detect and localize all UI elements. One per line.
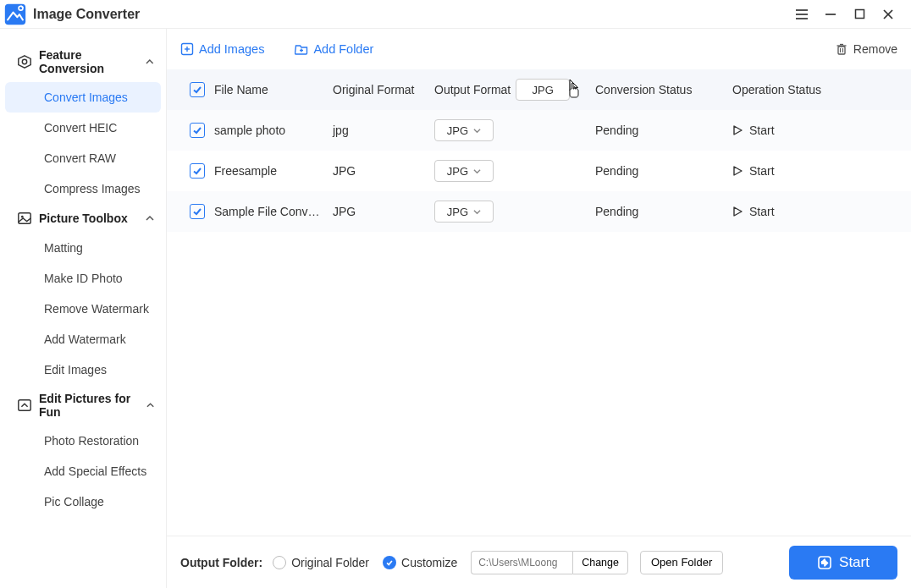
- row-start-button[interactable]: Start: [732, 164, 775, 178]
- nav-edit-images[interactable]: Edit Images: [5, 354, 161, 385]
- minimize-button[interactable]: [816, 1, 845, 28]
- row-start-label: Start: [749, 164, 775, 178]
- original-folder-option[interactable]: Original Folder: [273, 556, 369, 569]
- file-name: sample photo: [214, 124, 333, 137]
- play-icon: [732, 166, 743, 176]
- customize-option[interactable]: Customize: [383, 556, 457, 569]
- table-row: Sample File Conver… JPG JPG Pending Star…: [167, 191, 911, 232]
- col-original-format: Original Format: [333, 83, 434, 96]
- output-format-header-value: JPG: [533, 84, 554, 96]
- file-name: Freesample: [214, 164, 333, 178]
- output-path-input[interactable]: [471, 551, 572, 574]
- table-header-row: File Name Original Format Output Format …: [167, 69, 911, 110]
- app-title: Image Converter: [33, 7, 140, 22]
- original-folder-label: Original Folder: [291, 556, 369, 569]
- svg-rect-11: [19, 213, 30, 224]
- table-row: sample photo jpg JPG Pending Start: [167, 110, 911, 151]
- chevron-up-icon: [146, 214, 154, 223]
- nav-add-special-effects[interactable]: Add Special Effects: [5, 456, 161, 486]
- footer: Output Folder: Original Folder Customize…: [167, 536, 911, 588]
- change-button[interactable]: Change: [572, 551, 628, 574]
- maximize-button[interactable]: [845, 1, 874, 28]
- chevron-down-icon: [473, 127, 481, 135]
- nav-add-watermark[interactable]: Add Watermark: [5, 324, 161, 354]
- chevron-up-icon: [146, 58, 154, 66]
- section-label: Picture Toolbox: [39, 212, 128, 225]
- row-start-button[interactable]: Start: [732, 205, 775, 218]
- nav-convert-heic[interactable]: Convert HEIC: [5, 113, 161, 143]
- original-format: jpg: [333, 124, 434, 137]
- section-label: Feature Conversion: [39, 48, 146, 75]
- row-checkbox[interactable]: [190, 204, 205, 219]
- nav-compress-images[interactable]: Compress Images: [5, 173, 161, 204]
- svg-point-10: [22, 59, 26, 63]
- nav-matting[interactable]: Matting: [5, 233, 161, 263]
- chevron-up-icon: [146, 401, 154, 409]
- add-folder-button[interactable]: Add Folder: [295, 42, 373, 56]
- row-checkbox[interactable]: [190, 123, 205, 138]
- sidebar: Feature Conversion Convert Images Conver…: [0, 29, 167, 588]
- section-edit-pictures-fun[interactable]: Edit Pictures for Fun: [0, 385, 166, 426]
- nav-convert-raw[interactable]: Convert RAW: [5, 143, 161, 173]
- svg-rect-19: [838, 47, 845, 54]
- nav-remove-watermark[interactable]: Remove Watermark: [5, 294, 161, 324]
- section-label: Edit Pictures for Fun: [39, 392, 146, 419]
- section-picture-toolbox[interactable]: Picture Toolbox: [0, 204, 166, 233]
- output-format-select[interactable]: JPG: [434, 160, 494, 182]
- start-all-button[interactable]: Start: [789, 546, 897, 580]
- row-checkbox[interactable]: [190, 163, 205, 179]
- add-folder-label: Add Folder: [313, 42, 373, 56]
- file-table: File Name Original Format Output Format …: [167, 69, 911, 536]
- col-operation-status: Operation Status: [732, 83, 897, 96]
- play-icon: [732, 206, 743, 217]
- select-all-checkbox[interactable]: [190, 82, 205, 97]
- table-row: Freesample JPG JPG Pending Start: [167, 151, 911, 191]
- file-name: Sample File Conver…: [214, 205, 333, 218]
- svg-marker-24: [734, 126, 742, 135]
- conversion-status: Pending: [595, 205, 732, 218]
- chevron-down-icon: [473, 208, 481, 216]
- nav-pic-collage[interactable]: Pic Collage: [5, 486, 161, 517]
- svg-marker-9: [19, 56, 30, 68]
- col-output-format: Output Format: [434, 83, 511, 96]
- start-all-label: Start: [839, 554, 870, 571]
- chevron-down-icon: [473, 168, 481, 175]
- row-start-button[interactable]: Start: [732, 124, 775, 137]
- section-feature-conversion[interactable]: Feature Conversion: [0, 41, 166, 82]
- add-images-button[interactable]: Add Images: [180, 42, 264, 56]
- nav-make-id-photo[interactable]: Make ID Photo: [5, 263, 161, 294]
- menu-button[interactable]: [787, 1, 816, 28]
- play-icon: [732, 125, 743, 135]
- nav-photo-restoration[interactable]: Photo Restoration: [5, 426, 161, 456]
- col-file-name: File Name: [214, 83, 333, 96]
- row-start-label: Start: [749, 124, 775, 137]
- original-format: JPG: [333, 205, 434, 218]
- edit-pictures-icon: [17, 398, 32, 413]
- picture-toolbox-icon: [17, 211, 32, 226]
- remove-button[interactable]: Remove: [835, 42, 897, 56]
- col-conversion-status: Conversion Status: [595, 83, 732, 96]
- add-images-label: Add Images: [199, 42, 264, 56]
- customize-label: Customize: [401, 556, 457, 569]
- feature-conversion-icon: [17, 54, 32, 69]
- output-format-value: JPG: [447, 206, 468, 218]
- close-button[interactable]: [874, 1, 903, 28]
- output-format-header-select[interactable]: JPG: [516, 79, 570, 101]
- radio-checked-icon: [383, 556, 396, 569]
- original-format: JPG: [333, 164, 434, 178]
- output-folder-label: Output Folder:: [180, 556, 262, 569]
- output-format-select[interactable]: JPG: [434, 119, 494, 141]
- output-format-select[interactable]: JPG: [434, 201, 494, 223]
- add-folder-icon: [295, 42, 308, 56]
- output-format-value: JPG: [447, 165, 468, 178]
- open-folder-button[interactable]: Open Folder: [640, 551, 723, 574]
- trash-icon: [835, 42, 848, 56]
- toolbar: Add Images Add Folder Remove: [167, 29, 911, 69]
- nav-convert-images[interactable]: Convert Images: [5, 82, 161, 113]
- app-logo-icon: [4, 3, 26, 25]
- svg-rect-13: [19, 400, 30, 411]
- output-format-value: JPG: [447, 124, 468, 137]
- conversion-status: Pending: [595, 164, 732, 178]
- row-start-label: Start: [749, 205, 775, 218]
- svg-marker-26: [734, 207, 742, 216]
